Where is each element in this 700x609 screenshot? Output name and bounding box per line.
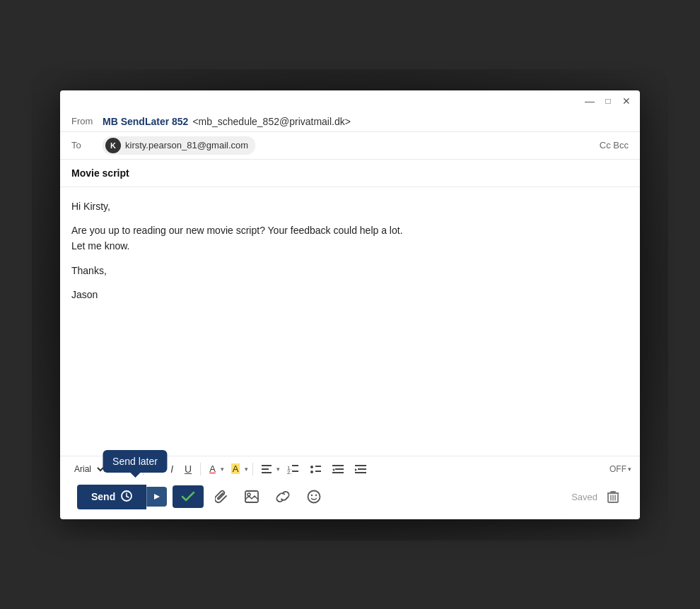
- svg-point-9: [310, 471, 313, 473]
- to-label: To: [71, 140, 97, 150]
- align-group: ▾: [257, 462, 280, 476]
- check-button[interactable]: [173, 485, 204, 508]
- svg-rect-1: [262, 468, 269, 470]
- highlight-color-arrow[interactable]: ▾: [245, 466, 248, 473]
- from-name: MB SendLater 852: [103, 116, 188, 127]
- recipient-avatar: K: [105, 138, 121, 153]
- image-button[interactable]: [239, 486, 264, 507]
- body-main: Are you up to reading our new movie scri…: [71, 223, 629, 254]
- title-bar: — □ ✕: [60, 90, 640, 112]
- link-button[interactable]: [270, 485, 296, 508]
- font-family-select[interactable]: Arial: [69, 462, 106, 476]
- svg-rect-17: [355, 472, 366, 473]
- subject-row: Movie script: [60, 160, 640, 187]
- body-greeting: Hi Kirsty,: [71, 199, 629, 214]
- send-button-group: Send later Send: [77, 485, 167, 509]
- compose-window: — □ ✕ From MB SendLater 852 <mb_schedule…: [60, 90, 640, 519]
- close-button[interactable]: ✕: [620, 95, 633, 107]
- svg-rect-11: [332, 465, 344, 466]
- svg-rect-13: [332, 472, 344, 473]
- svg-line-21: [127, 496, 129, 497]
- svg-rect-10: [315, 471, 321, 472]
- maximize-button[interactable]: □: [602, 95, 614, 107]
- email-body[interactable]: Hi Kirsty, Are you up to reading our new…: [60, 187, 640, 456]
- action-bar: Send later Send: [69, 480, 631, 516]
- from-row: From MB SendLater 852 <mb_schedule_852@p…: [60, 112, 640, 132]
- toolbar-area: Arial 10 12 14 B I U A ▾: [60, 456, 640, 519]
- svg-rect-12: [335, 468, 344, 470]
- highlight-color-group: A ▾: [227, 461, 249, 477]
- off-label: OFF: [609, 464, 626, 474]
- off-toggle[interactable]: OFF ▾: [609, 464, 631, 474]
- send-button[interactable]: Send: [77, 485, 146, 509]
- svg-rect-23: [245, 491, 258, 502]
- off-arrow[interactable]: ▾: [628, 466, 631, 473]
- svg-rect-0: [262, 465, 272, 466]
- svg-point-7: [310, 466, 313, 468]
- to-row: To K kirsty.pearson_81@gmail.com Cc Bcc: [60, 132, 640, 160]
- subject-text: Movie script: [71, 167, 129, 179]
- underline-button[interactable]: U: [180, 461, 196, 478]
- svg-rect-2: [262, 472, 272, 473]
- separator-2: [200, 463, 201, 475]
- svg-marker-18: [355, 468, 357, 471]
- svg-rect-6: [292, 471, 298, 472]
- svg-text:2.: 2.: [287, 469, 292, 474]
- recipient-email: kirsty.pearson_81@gmail.com: [125, 140, 248, 150]
- ordered-list-button[interactable]: 1. 2.: [283, 461, 303, 477]
- increase-indent-button[interactable]: [351, 461, 371, 477]
- send-later-tooltip: Send later: [103, 450, 168, 473]
- cc-bcc-button[interactable]: Cc Bcc: [600, 140, 629, 150]
- recipient-chip[interactable]: K kirsty.pearson_81@gmail.com: [103, 136, 255, 155]
- separator-3: [252, 463, 253, 475]
- from-label: From: [71, 116, 97, 126]
- svg-rect-16: [358, 468, 366, 470]
- highlight-color-button[interactable]: A: [227, 461, 245, 477]
- send-clock-icon: [121, 490, 132, 504]
- decrease-indent-button[interactable]: [328, 461, 348, 477]
- emoji-button[interactable]: [301, 485, 327, 508]
- align-button[interactable]: [257, 462, 276, 476]
- font-color-group: A ▾: [205, 461, 224, 477]
- delete-button[interactable]: [603, 487, 623, 506]
- svg-marker-22: [154, 494, 160, 499]
- from-email: <mb_schedule_852@privatmail.dk>: [192, 116, 351, 127]
- svg-point-25: [308, 491, 320, 503]
- svg-rect-15: [355, 465, 366, 466]
- send-later-button[interactable]: [146, 487, 167, 507]
- font-color-arrow[interactable]: ▾: [221, 466, 224, 473]
- italic-button[interactable]: I: [166, 461, 177, 478]
- svg-rect-8: [315, 466, 321, 467]
- svg-point-26: [311, 495, 313, 496]
- saved-label: Saved: [571, 492, 597, 502]
- body-signature: Jason: [71, 287, 629, 302]
- minimize-button[interactable]: —: [583, 95, 596, 107]
- attachment-button[interactable]: [209, 485, 233, 508]
- font-color-button[interactable]: A: [205, 461, 220, 477]
- svg-point-27: [315, 495, 317, 496]
- body-closing: Thanks,: [71, 263, 629, 278]
- unordered-list-button[interactable]: [305, 461, 325, 477]
- svg-rect-4: [292, 465, 298, 466]
- svg-marker-14: [332, 468, 334, 471]
- align-arrow[interactable]: ▾: [276, 466, 280, 473]
